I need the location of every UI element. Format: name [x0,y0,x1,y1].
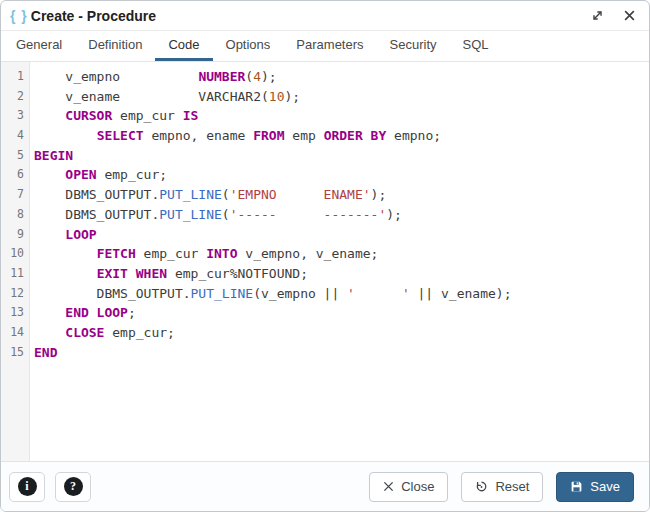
code-line[interactable]: END LOOP; [34,303,649,323]
line-number: 6 [1,165,29,185]
footer-bar: i ? Close [1,461,649,511]
code-line[interactable]: SELECT empno, ename FROM emp ORDER BY em… [34,126,649,146]
tab-options[interactable]: Options [213,31,284,61]
code-line[interactable]: DBMS_OUTPUT.PUT_LINE('----- -------'); [34,205,649,225]
tab-definition[interactable]: Definition [75,31,155,61]
code-line[interactable]: LOOP [34,225,649,245]
code-line[interactable]: DBMS_OUTPUT.PUT_LINE('EMPNO ENAME'); [34,185,649,205]
code-line[interactable]: CURSOR emp_cur IS [34,106,649,126]
info-button[interactable]: i [9,472,45,502]
line-number: 7 [1,185,29,205]
line-number: 8 [1,205,29,225]
reset-button-label: Reset [495,479,529,494]
tab-general[interactable]: General [3,31,75,61]
save-button-label: Save [590,479,620,494]
tab-bar: GeneralDefinitionCodeOptionsParametersSe… [1,31,649,62]
reset-icon [475,480,488,493]
help-button[interactable]: ? [55,472,91,502]
line-number: 10 [1,244,29,264]
window-close-button[interactable] [621,8,637,24]
window-controls [589,8,637,24]
tab-parameters[interactable]: Parameters [283,31,376,61]
code-pane[interactable]: v_empno NUMBER(4); v_ename VARCHAR2(10);… [30,62,649,461]
tab-security[interactable]: Security [377,31,450,61]
tab-sql[interactable]: SQL [450,31,502,61]
code-line[interactable]: EXIT WHEN emp_cur%NOTFOUND; [34,264,649,284]
line-number: 15 [1,343,29,363]
code-line[interactable]: BEGIN [34,146,649,166]
line-number: 13 [1,303,29,323]
info-icon: i [18,477,37,496]
code-line[interactable]: OPEN emp_cur; [34,165,649,185]
line-number: 5 [1,146,29,166]
line-number: 2 [1,87,29,107]
close-button[interactable]: Close [369,472,448,502]
code-line[interactable]: v_ename VARCHAR2(10); [34,87,649,107]
code-line[interactable]: v_empno NUMBER(4); [34,67,649,87]
close-button-label: Close [401,479,434,494]
close-x-icon [383,481,394,492]
code-line[interactable]: DBMS_OUTPUT.PUT_LINE(v_empno || ' ' || v… [34,284,649,304]
maximize-button[interactable] [589,8,605,24]
title-bar: { } Create - Procedure [1,1,649,31]
save-floppy-icon [570,480,583,493]
code-editor[interactable]: 123456789101112131415 v_empno NUMBER(4);… [1,62,649,461]
reset-button[interactable]: Reset [461,472,543,502]
line-number: 4 [1,126,29,146]
tab-code[interactable]: Code [155,31,212,61]
code-line[interactable]: FETCH emp_cur INTO v_empno, v_ename; [34,244,649,264]
line-number: 9 [1,225,29,245]
page-title: Create - Procedure [31,8,156,24]
save-button[interactable]: Save [556,472,634,502]
code-line[interactable]: CLOSE emp_cur; [34,323,649,343]
close-icon [623,9,636,22]
line-number-gutter: 123456789101112131415 [1,62,30,461]
maximize-icon [591,9,604,22]
code-line[interactable]: END [34,343,649,363]
line-number: 1 [1,67,29,87]
line-number: 14 [1,323,29,343]
braces-icon: { } [10,8,28,24]
line-number: 3 [1,106,29,126]
line-number: 11 [1,264,29,284]
line-number: 12 [1,284,29,304]
create-procedure-dialog: { } Create - Procedure [0,0,650,512]
help-icon: ? [64,477,83,496]
footer-actions: Close Reset [369,472,634,502]
